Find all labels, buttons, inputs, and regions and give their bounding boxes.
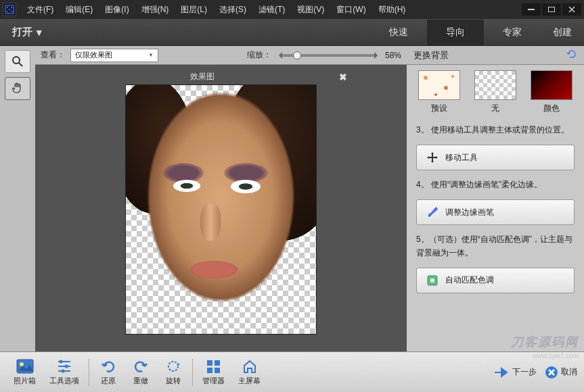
organizer-button[interactable]: 管理器 — [196, 358, 231, 386]
bg-none-label: 无 — [491, 103, 499, 113]
separator — [89, 359, 89, 386]
bg-option-preset[interactable]: 预设 — [415, 70, 464, 114]
redo-label: 重做 — [133, 376, 148, 386]
menu-enhance[interactable]: 增强(N) — [136, 1, 175, 18]
menu-window[interactable]: 窗口(W) — [331, 1, 371, 18]
canvas-label: 效果图 — [190, 71, 215, 82]
photobin-label: 照片箱 — [14, 376, 36, 386]
close-button[interactable] — [562, 3, 581, 16]
bg-option-none[interactable]: 无 — [471, 70, 520, 114]
view-dropdown-value: 仅限效果图 — [75, 50, 112, 60]
move-icon — [426, 151, 439, 164]
svg-rect-24 — [215, 368, 220, 373]
menubar: 文件(F) 编辑(E) 图像(I) 增强(N) 图层(L) 选择(S) 滤镜(T… — [22, 1, 522, 18]
panel-title: 更换背景 — [413, 49, 449, 62]
bg-preset-thumb[interactable] — [418, 70, 460, 100]
photobin-icon — [16, 358, 35, 374]
canvas[interactable] — [125, 84, 317, 335]
left-toolbox — [0, 46, 35, 351]
svg-rect-23 — [207, 368, 212, 373]
svg-point-1 — [7, 7, 8, 8]
reset-icon[interactable] — [566, 49, 577, 62]
main-area: 查看： 仅限效果图 缩放： 58% 效果图 ✖ — [0, 46, 584, 351]
mode-expert[interactable]: 专家 — [484, 20, 541, 45]
menu-layer[interactable]: 图层(L) — [175, 1, 212, 18]
zoom-slider-thumb[interactable] — [293, 51, 301, 59]
rotate-label: 旋转 — [166, 376, 181, 386]
options-bar: 查看： 仅限效果图 缩放： 58% — [35, 46, 407, 65]
tone-icon — [426, 274, 439, 287]
panel-header: 更换背景 — [407, 46, 584, 65]
minimize-button[interactable] — [522, 3, 541, 16]
redo-button[interactable]: 重做 — [125, 358, 157, 386]
svg-point-4 — [7, 11, 8, 12]
svg-rect-22 — [215, 360, 220, 366]
svg-point-11 — [430, 278, 434, 283]
svg-point-2 — [11, 7, 12, 8]
menu-view[interactable]: 视图(V) — [292, 1, 330, 18]
svg-rect-21 — [207, 360, 212, 366]
photobin-button[interactable]: 照片箱 — [7, 358, 43, 386]
canvas-close-icon[interactable]: ✖ — [339, 72, 347, 82]
brush-icon — [426, 206, 439, 218]
next-button[interactable]: 下一步 — [493, 366, 537, 379]
svg-line-9 — [19, 63, 22, 66]
cancel-label: 取消 — [561, 366, 577, 378]
undo-button[interactable]: 还原 — [92, 358, 125, 386]
auto-tone-button[interactable]: 自动匹配色调 — [416, 268, 575, 293]
center-area: 查看： 仅限效果图 缩放： 58% 效果图 ✖ — [35, 46, 407, 351]
refine-brush-button[interactable]: 调整边缘画笔 — [416, 199, 575, 225]
svg-point-20 — [169, 362, 178, 371]
mode-guided[interactable]: 导向 — [427, 20, 484, 45]
menu-help[interactable]: 帮助(H) — [373, 1, 411, 18]
svg-point-5 — [11, 11, 12, 12]
svg-rect-7 — [549, 7, 555, 12]
refine-brush-label: 调整边缘画笔 — [445, 207, 494, 218]
zoom-slider[interactable] — [281, 54, 376, 57]
next-label: 下一步 — [512, 366, 537, 378]
canvas-header: 效果图 ✖ — [95, 69, 347, 84]
bg-preset-label: 预设 — [431, 103, 447, 113]
svg-point-13 — [20, 362, 24, 366]
home-icon — [240, 358, 259, 374]
maximize-button[interactable] — [542, 3, 561, 16]
move-tool-label: 移动工具 — [445, 152, 478, 164]
window-controls — [522, 3, 581, 16]
open-label: 打开 — [12, 26, 32, 39]
svg-point-3 — [9, 9, 10, 10]
menu-edit[interactable]: 编辑(E) — [60, 1, 98, 18]
right-panel: 更换背景 预设 无 颜色 3。 使用移动工具调整主体或背景的位置。 移动工具 — [407, 46, 584, 351]
bottom-bar: 照片箱 工具选项 还原 重做 旋转 管理器 主屏幕 下一步 取消 — [0, 351, 584, 392]
mode-quick[interactable]: 快速 — [370, 20, 427, 45]
bg-color-label: 颜色 — [543, 103, 560, 113]
rotate-button[interactable]: 旋转 — [157, 358, 189, 386]
home-button[interactable]: 主屏幕 — [231, 358, 267, 386]
view-dropdown[interactable]: 仅限效果图 — [70, 49, 158, 62]
menu-image[interactable]: 图像(I) — [99, 1, 134, 18]
redo-icon — [131, 358, 150, 374]
zoom-tool[interactable] — [5, 50, 30, 73]
menu-select[interactable]: 选择(S) — [214, 1, 252, 18]
undo-icon — [99, 358, 118, 374]
bg-color-thumb[interactable] — [531, 70, 572, 100]
undo-label: 还原 — [101, 376, 116, 386]
create-button[interactable]: 创建 — [541, 20, 584, 45]
tooloptions-button[interactable]: 工具选项 — [43, 358, 86, 386]
menu-filter[interactable]: 滤镜(T) — [253, 1, 290, 18]
auto-tone-label: 自动匹配色调 — [445, 274, 494, 286]
bg-none-thumb[interactable] — [474, 70, 516, 100]
menu-file[interactable]: 文件(F) — [22, 1, 59, 18]
home-label: 主屏幕 — [238, 376, 261, 386]
open-button[interactable]: 打开 ▾ — [0, 22, 54, 43]
mode-tabs: 快速 导向 专家 — [370, 20, 541, 45]
svg-point-8 — [13, 57, 20, 64]
organizer-icon — [204, 358, 223, 374]
hand-tool[interactable] — [5, 77, 30, 100]
bg-option-color[interactable]: 颜色 — [526, 70, 576, 114]
cancel-button[interactable]: 取消 — [545, 366, 577, 379]
separator — [192, 359, 193, 386]
zoom-label: 缩放： — [247, 49, 271, 61]
step4-text: 4。 使用“调整边缘画笔”柔化边缘。 — [407, 174, 584, 195]
move-tool-button[interactable]: 移动工具 — [416, 145, 575, 170]
cancel-icon — [545, 366, 558, 379]
